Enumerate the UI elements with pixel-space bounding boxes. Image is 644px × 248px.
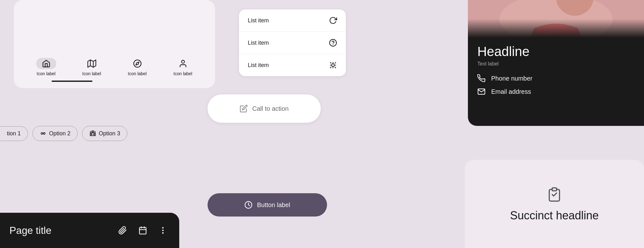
svg-rect-15 xyxy=(140,228,146,234)
svg-rect-23 xyxy=(552,188,557,191)
chip-option2[interactable]: Option 2 xyxy=(32,126,78,141)
svg-marker-0 xyxy=(88,60,96,67)
contact-phone-row[interactable]: Phone number xyxy=(477,74,635,82)
svg-rect-8 xyxy=(92,132,94,136)
contact-info: Headline Text label Phone number Email a… xyxy=(468,38,644,126)
chip-option3-label: Option 3 xyxy=(99,130,120,137)
nav-label-2: Icon label xyxy=(82,71,101,76)
nav-icon-home-bg xyxy=(36,58,56,69)
calendar-icon xyxy=(138,226,147,235)
list-item-3-icon xyxy=(329,61,337,69)
contact-sublabel: Text label xyxy=(477,61,635,67)
list-card: List item List item List item xyxy=(239,9,346,76)
more-options-button[interactable] xyxy=(156,223,170,237)
nav-bar: Icon label Icon label Icon label xyxy=(14,55,215,76)
feature-headline: Succinct headline xyxy=(510,209,599,222)
svg-marker-4 xyxy=(136,62,139,65)
svg-point-20 xyxy=(163,230,163,231)
filled-button-label: Button label xyxy=(257,201,290,209)
map-icon xyxy=(87,59,96,68)
timer-icon xyxy=(244,201,253,209)
list-item-2-text: List item xyxy=(248,40,269,46)
svg-point-5 xyxy=(181,60,184,63)
edit-icon xyxy=(240,104,248,113)
paperclip-icon xyxy=(118,226,127,235)
nav-active-indicator xyxy=(52,81,92,82)
list-item-3-text: List item xyxy=(248,62,269,69)
mail-svg xyxy=(477,87,486,96)
contact-card: Headline Text label Phone number Email a… xyxy=(468,0,644,126)
photo-gradient-overlay xyxy=(468,19,644,38)
chip-option1-label: tion 1 xyxy=(7,130,21,137)
nav-icon-map xyxy=(82,58,102,69)
list-item-3[interactable]: List item xyxy=(239,54,346,76)
navigation-card: Icon label Icon label Icon label xyxy=(14,0,215,88)
chip-option3[interactable]: Option 3 xyxy=(82,126,127,141)
nav-label-3: Icon label xyxy=(128,71,147,76)
cta-label: Call to action xyxy=(252,105,289,112)
svg-point-21 xyxy=(163,233,163,233)
clipboard-check-icon xyxy=(546,186,563,203)
nav-item-1[interactable]: Icon label xyxy=(36,58,56,76)
list-item-1[interactable]: List item xyxy=(239,9,346,32)
contact-email-text: Email address xyxy=(491,88,531,95)
phone-icon xyxy=(477,74,486,82)
contact-photo xyxy=(468,0,644,38)
chip-row: tion 1 Option 2 Option 3 xyxy=(0,126,127,141)
nav-item-2[interactable]: Icon label xyxy=(82,58,102,76)
nav-item-4[interactable]: Icon label xyxy=(173,58,193,76)
more-vertical-icon xyxy=(158,226,167,235)
nav-icon-person xyxy=(173,58,193,69)
filled-action-button[interactable]: Button label xyxy=(208,193,327,217)
email-icon xyxy=(477,87,486,96)
calendar-button[interactable] xyxy=(136,223,150,237)
bug-icon xyxy=(329,61,337,69)
nav-icon-compass xyxy=(127,58,147,69)
help-circle-icon xyxy=(329,39,337,47)
svg-point-19 xyxy=(163,228,163,228)
contact-phone-text: Phone number xyxy=(491,75,532,82)
bottom-bar: Page title xyxy=(0,213,179,248)
chip-option3-icon xyxy=(89,130,96,137)
list-item-1-icon xyxy=(329,16,337,25)
contact-headline: Headline xyxy=(477,44,635,59)
nav-label-1: Icon label xyxy=(37,71,56,76)
list-item-2[interactable]: List item xyxy=(239,32,346,54)
nav-item-3[interactable]: Icon label xyxy=(127,58,147,76)
feature-card-icon xyxy=(546,186,563,203)
home-icon xyxy=(42,59,51,68)
feature-card: Succinct headline xyxy=(465,160,644,248)
list-item-1-text: List item xyxy=(248,17,269,24)
cta-button[interactable]: Call to action xyxy=(208,94,321,123)
chip-option2-label: Option 2 xyxy=(49,130,70,137)
list-item-2-icon xyxy=(329,39,337,47)
person-icon xyxy=(179,59,187,68)
refresh-icon xyxy=(329,16,337,25)
svg-point-11 xyxy=(332,64,335,67)
page-title: Page title xyxy=(9,225,109,236)
chip-option2-icon xyxy=(40,130,47,137)
svg-point-3 xyxy=(134,60,141,67)
compass-icon xyxy=(133,59,142,68)
nav-label-4: Icon label xyxy=(174,71,192,76)
phone-svg xyxy=(477,74,486,82)
contact-email-row[interactable]: Email address xyxy=(477,87,635,96)
attach-button[interactable] xyxy=(116,223,130,237)
chip-option1[interactable]: tion 1 xyxy=(0,126,28,141)
